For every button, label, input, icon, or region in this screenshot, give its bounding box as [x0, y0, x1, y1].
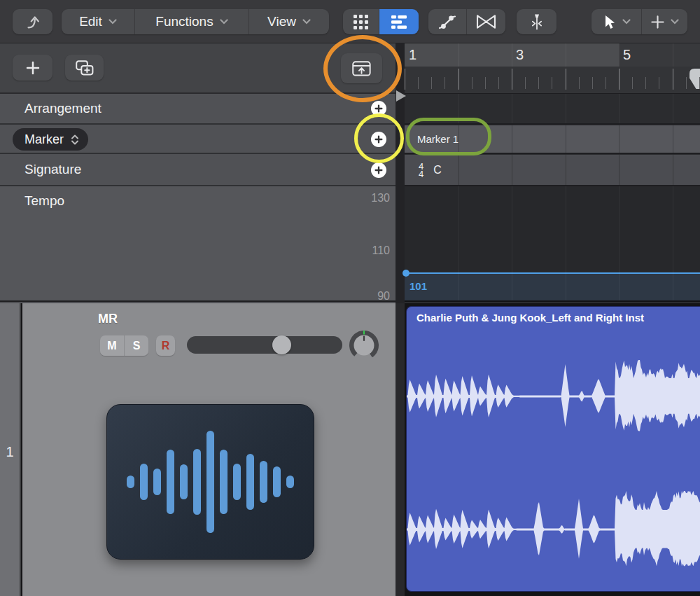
back-button[interactable] [13, 9, 52, 34]
grid-line [673, 94, 673, 123]
chevron-down-icon [220, 19, 228, 25]
local-menu-bar: Edit Functions View [62, 9, 329, 34]
marker-track-type-dropdown[interactable]: Marker [13, 128, 88, 151]
beat-tick [444, 77, 445, 89]
chevron-down-icon [302, 19, 311, 25]
marker-region[interactable]: Marker 1 [405, 125, 700, 153]
track-icon-waveform-image [106, 404, 314, 560]
tempo-point[interactable] [402, 270, 410, 277]
marker-track-row[interactable]: Marker [0, 125, 396, 154]
grid-line [458, 186, 459, 300]
global-tracks-header-panel: Arrangement Marker Signature [0, 43, 396, 303]
beat-tick [525, 77, 526, 89]
automation-button[interactable] [428, 9, 467, 34]
playhead-marker-icon[interactable] [396, 90, 406, 102]
mute-button[interactable]: M [100, 335, 125, 356]
grid-line [458, 155, 459, 185]
chevron-down-icon [622, 19, 631, 25]
tracks-view-button[interactable] [379, 9, 419, 34]
beat-tick [552, 77, 552, 89]
bar-tick [405, 69, 405, 90]
beat-tick [472, 77, 472, 89]
grid-line [673, 186, 673, 300]
grid-line [673, 155, 673, 185]
beat-ruler[interactable] [405, 67, 700, 94]
grid-line [619, 43, 620, 67]
secondary-tool-selector[interactable] [642, 9, 687, 34]
tempo-track-row[interactable]: Tempo 130 110 90 [0, 186, 396, 302]
add-track-button[interactable] [13, 55, 52, 81]
arrangement-lane[interactable] [405, 94, 700, 125]
tempo-label: Tempo [24, 193, 64, 209]
track-header[interactable]: MR M S R [22, 303, 396, 596]
waveform-icon-bar [260, 461, 267, 503]
tempo-curve-line[interactable] [405, 272, 700, 274]
logic-pro-window: Edit Functions View [0, 0, 700, 596]
volume-slider[interactable] [187, 336, 342, 354]
panel-up-arrow-icon [352, 61, 371, 76]
beat-tick [579, 77, 580, 89]
track-lane[interactable]: Charlie Puth & Jung Kook_Left and Right … [405, 303, 700, 596]
grid-line [512, 186, 512, 300]
grid-line [458, 43, 459, 67]
hide-global-tracks-button[interactable] [341, 53, 382, 83]
edit-menu-label: Edit [79, 14, 102, 29]
record-enable-button[interactable]: R [156, 335, 175, 356]
add-arrangement-marker-button[interactable] [371, 101, 386, 116]
grid-line [566, 125, 566, 153]
solo-button[interactable]: S [125, 335, 148, 356]
view-menu[interactable]: View [249, 9, 329, 34]
add-marker-button[interactable] [371, 132, 386, 147]
panel-divider [396, 43, 405, 303]
plus-icon [374, 135, 383, 144]
grid-line [619, 125, 620, 153]
grid-line [566, 155, 566, 185]
waveform-icon-bar [246, 454, 254, 510]
pan-knob[interactable] [349, 330, 379, 361]
signature-region[interactable]: 44 C [405, 155, 700, 185]
grid-view-button[interactable] [343, 9, 379, 34]
track-number-strip: 1 [0, 303, 21, 596]
beat-tick [431, 77, 432, 89]
track-number: 1 [0, 444, 20, 460]
signature-track-row[interactable]: Signature [0, 154, 396, 186]
add-signature-button[interactable] [371, 162, 386, 178]
tempo-scale-130: 130 [371, 192, 390, 205]
pointer-tool-selector[interactable] [592, 9, 642, 34]
panel-divider [396, 303, 405, 596]
tool-selectors [592, 9, 687, 34]
edit-menu[interactable]: Edit [62, 9, 135, 34]
marker-lane[interactable]: Marker 1 [405, 125, 700, 154]
grid-line [566, 186, 566, 300]
waveform-icon-bar [167, 450, 174, 514]
chevron-down-icon [108, 19, 117, 25]
crosshair-tool-icon [651, 15, 664, 29]
tempo-scale-110: 110 [372, 244, 390, 257]
audio-region-title: Charlie Puth & Jung Kook_Left and Right … [416, 312, 644, 324]
key-signature-value: C [433, 164, 442, 176]
signature-lane[interactable]: 44 C [405, 154, 700, 186]
bar-number-3: 3 [516, 47, 524, 63]
marker-dropdown-label: Marker [24, 132, 64, 147]
functions-menu[interactable]: Functions [135, 9, 249, 34]
volume-slider-thumb[interactable] [272, 335, 291, 354]
marker-flag-icon[interactable] [690, 69, 700, 89]
functions-menu-label: Functions [155, 14, 213, 29]
beat-tick [498, 77, 499, 89]
tempo-curve-fill [405, 274, 700, 300]
beat-tick [686, 77, 687, 89]
audio-region[interactable]: Charlie Puth & Jung Kook_Left and Right … [406, 306, 700, 592]
track-rows-icon [391, 15, 407, 29]
up-down-chevron-icon [71, 134, 79, 145]
arrangement-track-row[interactable]: Arrangement [0, 94, 396, 125]
crossfade-button[interactable] [467, 9, 505, 34]
grid-line [619, 155, 620, 185]
split-at-playhead-button[interactable] [517, 9, 556, 34]
grid-line [673, 43, 673, 67]
tempo-lane[interactable]: 101 [405, 186, 700, 302]
bar-ruler[interactable]: 1 3 5 [405, 43, 700, 67]
mute-solo-group: M S [100, 335, 148, 356]
beat-tick [418, 77, 419, 89]
signature-label: Signature [24, 162, 81, 177]
duplicate-track-button[interactable] [65, 55, 104, 81]
